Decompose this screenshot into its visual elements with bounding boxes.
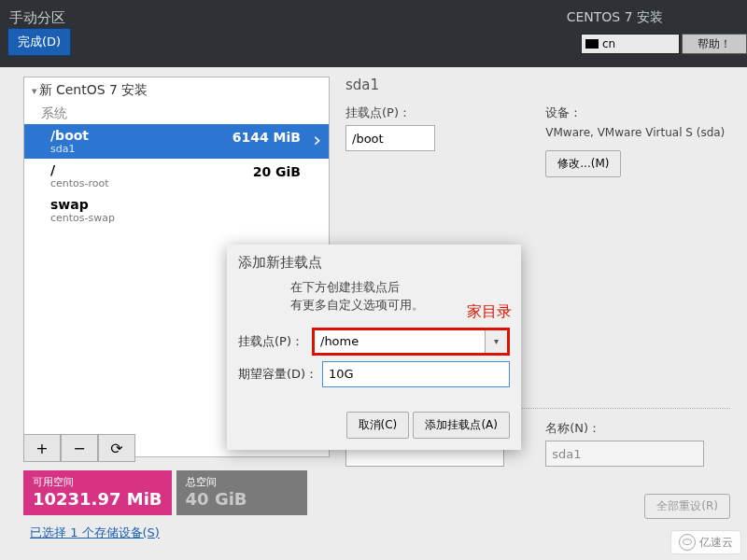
- keyboard-selector[interactable]: cn: [581, 34, 680, 54]
- dialog-capacity-input[interactable]: [322, 361, 510, 387]
- dialog-overlay: 添加新挂载点 在下方创建挂载点后 有更多自定义选项可用。 家目录 挂载点(P)：…: [0, 67, 747, 560]
- dialog-title: 添加新挂载点: [227, 245, 521, 275]
- watermark-text: 亿速云: [699, 535, 733, 551]
- watermark-icon: [679, 534, 696, 551]
- dialog-cancel-button[interactable]: 取消(C): [346, 412, 410, 439]
- page-title: 手动分区: [9, 9, 65, 27]
- chevron-down-icon[interactable]: [485, 330, 507, 353]
- done-button[interactable]: 完成(D): [7, 28, 71, 56]
- dialog-mount-combo[interactable]: [312, 328, 510, 356]
- watermark: 亿速云: [670, 530, 741, 554]
- keyboard-layout-label: cn: [602, 37, 615, 50]
- dialog-mount-input[interactable]: [315, 330, 485, 353]
- installer-title: CENTOS 7 安装: [567, 9, 663, 26]
- dialog-add-button[interactable]: 添加挂载点(A): [413, 412, 510, 439]
- main-area: 新 CentOS 7 安装 系统 /boot sda1 6144 MiB / c…: [0, 67, 747, 560]
- add-mountpoint-dialog: 添加新挂载点 在下方创建挂载点后 有更多自定义选项可用。 家目录 挂载点(P)：…: [227, 245, 521, 450]
- top-bar: 手动分区 完成(D) CENTOS 7 安装 cn 帮助！: [0, 0, 747, 67]
- dialog-annotation: 家目录: [467, 302, 512, 322]
- dialog-mount-label: 挂载点(P)：: [238, 333, 312, 350]
- dialog-capacity-label: 期望容量(D)：: [238, 366, 322, 383]
- help-button[interactable]: 帮助！: [682, 34, 747, 54]
- keyboard-icon: [585, 39, 599, 49]
